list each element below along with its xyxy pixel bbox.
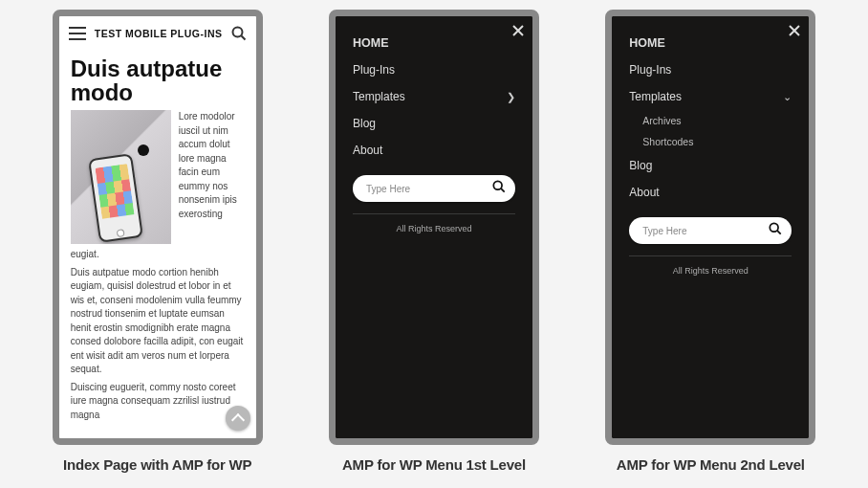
search-bar[interactable] [629,217,792,244]
divider [629,255,792,256]
submenu: Archives Shortcodes [629,110,792,152]
search-icon[interactable] [231,26,247,41]
article-headline: Duis autpatue modo [71,56,245,104]
caption-2: AMP for WP Menu 1st Level [342,456,526,473]
search-icon[interactable] [769,222,782,239]
menu-item-about[interactable]: About [629,179,792,206]
menu-item-home[interactable]: HOME [629,30,792,56]
menu-item-home[interactable]: HOME [353,30,515,56]
submenu-label: Shortcodes [642,136,693,147]
search-input[interactable] [642,226,769,236]
menu-label: Blog [353,117,376,130]
article-image [71,110,171,244]
footer-rights: All Rights Reserved [336,224,532,233]
chevron-right-icon: ❯ [507,91,515,103]
menu-label: Templates [353,90,405,103]
menu-label: Plug-Ins [353,63,395,77]
footer-rights: All Rights Reserved [612,266,809,276]
menu-item-plugins[interactable]: Plug-Ins [629,56,792,83]
menu-item-blog[interactable]: Blog [353,110,515,137]
menu-label: HOME [629,36,665,50]
close-icon[interactable] [508,20,529,41]
submenu-item-shortcodes[interactable]: Shortcodes [642,131,792,152]
submenu-item-archives[interactable]: Archives [642,110,792,131]
phone-frame-menu2: HOME Plug-Ins Templates ⌄ Archives Short… [605,10,815,445]
svg-point-0 [232,28,242,37]
menu-label: Plug-Ins [629,63,671,77]
article-text-3: Duiscing euguerit, commy nosto coreet iu… [71,381,245,423]
caption-3: AMP for WP Menu 2nd Level [617,456,805,473]
divider [353,213,515,214]
menu-item-blog[interactable]: Blog [629,152,792,179]
menu-item-templates[interactable]: Templates ⌄ [629,83,792,110]
search-icon[interactable] [492,180,506,197]
article-text-2: Duis autpatue modo cortion henibh eugiam… [71,266,245,377]
svg-point-2 [770,223,779,232]
menu-item-plugins[interactable]: Plug-Ins [353,56,515,83]
phone-frame-index: TEST MOBILE PLUG-INS Duis autpatue modo … [53,10,263,445]
search-input[interactable] [366,184,492,194]
article-text-1: eugiat. [71,248,245,262]
submenu-label: Archives [642,115,681,126]
menu-label: About [629,186,659,199]
menu-item-about[interactable]: About [353,137,515,164]
site-title: TEST MOBILE PLUG-INS [95,28,223,39]
chevron-down-icon: ⌄ [783,91,792,103]
scroll-top-button[interactable] [226,406,250,431]
caption-1: Index Page with AMP for WP [63,456,251,473]
search-bar[interactable] [353,175,515,202]
menu-label: Templates [629,90,682,103]
hamburger-icon[interactable] [69,27,86,40]
menu-item-templates[interactable]: Templates ❯ [353,83,515,110]
menu-label: Blog [629,159,652,172]
menu-label: About [353,144,382,157]
close-icon[interactable] [784,20,805,41]
svg-point-1 [493,181,502,189]
article-excerpt-side: Lore modolor iuscil ut nim accum dolut l… [179,110,245,244]
menu-label: HOME [353,36,389,50]
phone-frame-menu1: HOME Plug-Ins Templates ❯ Blog About All [329,10,539,445]
